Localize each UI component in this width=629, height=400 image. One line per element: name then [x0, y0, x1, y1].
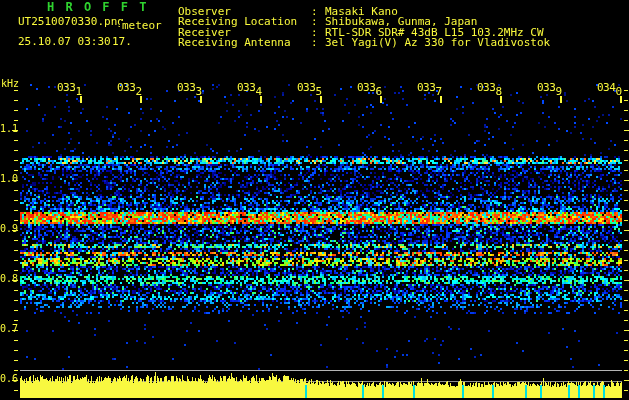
- freq-unit-label: kHz: [1, 79, 19, 89]
- time-label: 0332: [117, 83, 142, 93]
- time-label-main: 033: [117, 81, 135, 94]
- freq-label: 0.9: [0, 224, 18, 234]
- time-label: 0334: [237, 83, 262, 93]
- info-value: 3el Yagi(V) Az 330 for Vladivostok: [325, 36, 550, 49]
- time-label-last-digit: 7: [435, 85, 441, 98]
- filename-text: UT2510070330.png: [18, 17, 124, 27]
- time-label: 0339: [537, 83, 562, 93]
- freq-label: 1.1: [0, 124, 18, 134]
- time-label-last-digit: 1: [75, 85, 81, 98]
- time-label-main: 034: [597, 81, 615, 94]
- time-label-main: 033: [57, 81, 75, 94]
- time-label-main: 033: [537, 81, 555, 94]
- freq-label: 0.7: [0, 324, 18, 334]
- time-label: 0340: [597, 83, 622, 93]
- time-label-last-digit: 3: [195, 85, 201, 98]
- freq-label: 0.8: [0, 274, 18, 284]
- time-label: 0336: [357, 83, 382, 93]
- time-label-last-digit: 5: [315, 85, 321, 98]
- time-label-last-digit: 8: [495, 85, 501, 98]
- echo-count: 17.: [112, 37, 132, 47]
- time-label: 0335: [297, 83, 322, 93]
- time-label-main: 033: [477, 81, 495, 94]
- time-label: 0337: [417, 83, 442, 93]
- app-title: H R O F F T: [47, 2, 148, 12]
- datetime-text: 25.10.07 03:30: [18, 37, 111, 47]
- freq-label: 1.0: [0, 174, 18, 184]
- hrofft-screen: H R O F F T UT2510070330.png meteor 25.1…: [0, 0, 629, 400]
- time-label: 0338: [477, 83, 502, 93]
- time-label-last-digit: 0: [615, 85, 621, 98]
- time-label-last-digit: 4: [255, 85, 261, 98]
- station-label: meteor: [120, 21, 162, 31]
- time-label: 0331: [57, 83, 82, 93]
- time-label-main: 033: [417, 81, 435, 94]
- time-label-last-digit: 6: [375, 85, 381, 98]
- spectrogram-canvas: [0, 0, 629, 400]
- time-label: 0333: [177, 83, 202, 93]
- info-colon: :: [311, 38, 320, 48]
- freq-label: 0.6: [0, 374, 18, 384]
- time-label-main: 033: [177, 81, 195, 94]
- time-label-last-digit: 9: [555, 85, 561, 98]
- time-label-main: 033: [357, 81, 375, 94]
- time-label-main: 033: [237, 81, 255, 94]
- time-label-main: 033: [297, 81, 315, 94]
- time-label-last-digit: 2: [135, 85, 141, 98]
- info-label: Receiving Antenna: [178, 38, 311, 48]
- info-row: Receiving Antenna:3el Yagi(V) Az 330 for…: [178, 38, 550, 48]
